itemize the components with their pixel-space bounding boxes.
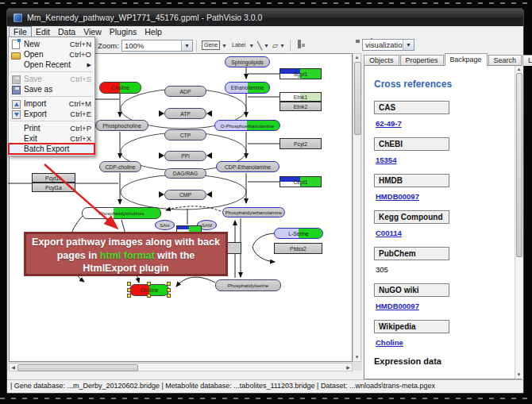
scrollbar-thumb[interactable] (354, 62, 361, 135)
menu-item-export[interactable]: ExportCtrl+E (9, 109, 94, 119)
tab-objects[interactable]: Objects (364, 55, 399, 66)
crossref-section-pubchem: PubChem305 (374, 247, 513, 274)
align-rows-button[interactable] (315, 40, 327, 51)
node-phosphocholine[interactable]: Phosphocholine (95, 120, 148, 131)
tab-legend[interactable]: Legend (522, 55, 532, 66)
chevron-down-icon[interactable]: ▼ (279, 43, 285, 48)
node-phosphatidylserine[interactable]: Phosphatidylserine (215, 279, 281, 291)
expression-data-heading: Expression data (374, 356, 513, 366)
selection-handle[interactable] (147, 282, 151, 286)
node-adp[interactable]: ADP (164, 86, 206, 97)
tab-backpage[interactable]: Backpage (445, 53, 488, 66)
menu-item-save[interactable]: SaveCtrl+S (9, 74, 94, 84)
menubar-item-view[interactable]: View (79, 27, 106, 37)
crossref-section-cas: CAS62-49-7 (374, 101, 513, 128)
canvas-horizontal-scrollbar[interactable]: ◀ ▶ (9, 363, 353, 371)
node-cdp-choline[interactable]: CDP-choline (99, 161, 141, 172)
menu-item-label: Batch Export (24, 144, 91, 153)
menubar-item-plugins[interactable]: Plugins (106, 27, 141, 37)
selection-handle[interactable] (167, 282, 171, 286)
menu-item-print[interactable]: PrintCtrl+P (9, 123, 94, 133)
panel-vertical-scrollbar[interactable]: ▲ ▼ (515, 66, 522, 379)
node-l-serine[interactable]: L-Serine (274, 228, 323, 239)
crossref-link[interactable]: HMDB00097 (376, 302, 419, 310)
selection-handle[interactable] (127, 294, 131, 298)
menu-item-new[interactable]: NewCtrl+N (9, 39, 94, 49)
node-atp[interactable]: ATP (164, 108, 206, 119)
node-pcyt1b[interactable]: Pcyt1b (32, 173, 75, 183)
selection-handle[interactable] (127, 282, 131, 286)
tab-properties[interactable]: Properties (400, 55, 444, 66)
node-cdp-ethanolamine[interactable]: CDP-Ethanolamine (216, 161, 279, 172)
node-etnk1[interactable]: Etnk1 (279, 92, 322, 102)
node-choline-top[interactable]: Choline (99, 82, 141, 94)
cross-references-list: CAS62-49-7ChEBI15354HMDBHMDB00097Kegg Co… (374, 101, 513, 347)
zoom-combobox[interactable]: 100% ▼ (121, 40, 193, 52)
node-ptdss2[interactable]: Ptdss2 (274, 243, 322, 254)
node-sah[interactable]: SAH (155, 220, 175, 230)
scroll-right-icon[interactable]: ▶ (345, 364, 352, 371)
line-tool-button[interactable]: ╲ ▼ (256, 39, 271, 52)
scroll-up-icon[interactable]: ▲ (515, 66, 522, 73)
menubar-item-file[interactable]: File (9, 26, 32, 37)
menu-item-import[interactable]: ImportCtrl+M (9, 98, 94, 109)
scroll-left-icon[interactable]: ◀ (10, 364, 17, 371)
node-sphingolipids[interactable]: Sphingolipids (225, 56, 270, 67)
node-cmp[interactable]: CMP (164, 190, 206, 200)
crossref-link[interactable]: 15354 (376, 156, 396, 164)
crossref-link[interactable]: C00114 (376, 229, 402, 237)
scroll-down-icon[interactable]: ▼ (353, 354, 360, 361)
node-ctp[interactable]: CTP (164, 129, 206, 140)
cross-references-heading: Cross references (374, 79, 513, 90)
label-tool-button[interactable]: Label ▼ (229, 39, 256, 52)
node-dag[interactable]: DAG/RAG (164, 168, 206, 179)
selection-handle[interactable] (167, 288, 171, 292)
crossref-link[interactable]: HMDB00097 (376, 192, 419, 201)
chevron-down-icon[interactable]: ▼ (249, 43, 254, 48)
gene-tool-button[interactable]: Gene ▼ (200, 39, 229, 52)
chevron-down-icon[interactable]: ▼ (181, 40, 192, 51)
node-cept1[interactable]: Cept1 (279, 176, 322, 187)
crossref-link[interactable]: 62-49-7 (376, 119, 402, 128)
node-ppi[interactable]: PPi (164, 151, 206, 161)
menubar-item-data[interactable]: Data (54, 27, 79, 37)
menu-item-open-recent[interactable]: Open Recent▶ (9, 60, 94, 70)
menu-item-label: Save as (24, 85, 91, 94)
node-pcyt1a[interactable]: Pcyt1a (32, 183, 75, 192)
node-o-phosphoethanolamine[interactable]: O-Phosphoethanolamine (214, 120, 280, 131)
menu-shortcut: Ctrl+E (70, 110, 91, 118)
menubar-item-help[interactable]: Help (141, 27, 166, 37)
scrollbar-thumb[interactable] (17, 364, 138, 371)
chevron-down-icon[interactable]: ▼ (264, 43, 269, 48)
chevron-down-icon[interactable]: ▼ (222, 43, 227, 48)
align-distribute-button[interactable] (297, 40, 309, 51)
selection-handle[interactable] (147, 294, 151, 298)
node-etnk2[interactable]: Etnk2 (279, 102, 322, 111)
selection-handle[interactable] (167, 294, 171, 298)
menu-item-save-as[interactable]: Save as (9, 84, 94, 94)
chevron-down-icon[interactable]: ▼ (403, 40, 414, 50)
node-sgpl1[interactable]: Sgpl1 (279, 68, 322, 79)
crossref-header: CAS (374, 101, 449, 114)
distribute-horizontal-icon (298, 40, 301, 48)
menu-item-exit[interactable]: ExitCtrl+X (9, 133, 94, 144)
canvas-vertical-scrollbar[interactable]: ▲ ▼ (353, 53, 361, 362)
menu-item-batch-export[interactable]: Batch Export (9, 144, 94, 154)
visualization-combobox[interactable]: visualization ▼ (362, 39, 414, 51)
node-phosphatidylcholines[interactable]: Phosphatidylcholines (82, 207, 161, 219)
crossref-link[interactable]: Choline (376, 338, 403, 347)
tab-search[interactable]: Search (488, 55, 522, 66)
menubar-item-edit[interactable]: Edit (32, 27, 54, 37)
selection-handle[interactable] (127, 288, 131, 292)
align-columns-button[interactable] (333, 40, 345, 51)
menu-item-label: Print (24, 124, 67, 133)
node-phosphatidylethanolamine[interactable]: Phosphatidylethanolamine (222, 207, 285, 217)
shape-tool-button[interactable]: ▱ ▼ (271, 39, 287, 52)
node-ethanolamine-top[interactable]: Ethanolamine (225, 82, 270, 94)
menu-item-open[interactable]: OpenCtrl+O (9, 49, 94, 60)
node-pcyt2[interactable]: Pcyt2 (279, 138, 322, 149)
scroll-down-icon[interactable]: ▼ (515, 371, 522, 379)
shape-tool-icon: ▱ (272, 41, 278, 49)
scrollbar-thumb[interactable] (516, 73, 522, 257)
scroll-up-icon[interactable]: ▲ (353, 54, 360, 61)
